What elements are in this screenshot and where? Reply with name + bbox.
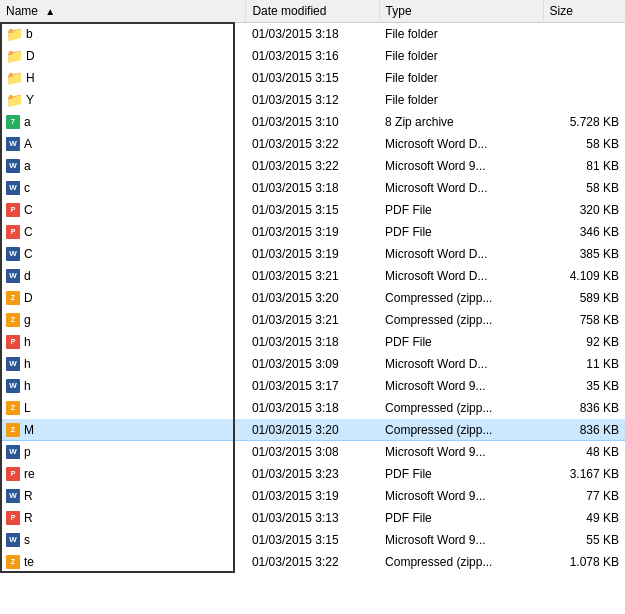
- table-row[interactable]: Zg01/03/2015 3:21Compressed (zipp...758 …: [0, 309, 625, 331]
- table-row[interactable]: WA01/03/2015 3:22Microsoft Word D...58 K…: [0, 133, 625, 155]
- word-icon: W: [6, 445, 20, 459]
- table-row[interactable]: 7a01/03/2015 3:108 Zip archive5.728 KB: [0, 111, 625, 133]
- file-size: 81 KB: [543, 155, 625, 177]
- file-size: [543, 89, 625, 111]
- file-name-cell: PC: [0, 221, 246, 243]
- table-row[interactable]: ZL01/03/2015 3:18Compressed (zipp...836 …: [0, 397, 625, 419]
- file-name: s: [24, 533, 30, 547]
- file-name: d: [24, 269, 31, 283]
- table-row[interactable]: Wp01/03/2015 3:08Microsoft Word 9...48 K…: [0, 441, 625, 463]
- pdf-icon: P: [6, 335, 20, 349]
- file-name: p: [24, 445, 31, 459]
- file-name: C: [24, 203, 33, 217]
- file-name: C: [24, 247, 33, 261]
- table-row[interactable]: 📁b01/03/2015 3:18File folder: [0, 23, 625, 45]
- file-name-cell: 7a: [0, 111, 246, 133]
- table-row[interactable]: Wc01/03/2015 3:18Microsoft Word D...58 K…: [0, 177, 625, 199]
- file-size: 758 KB: [543, 309, 625, 331]
- file-date: 01/03/2015 3:19: [246, 243, 379, 265]
- word-icon: W: [6, 357, 20, 371]
- file-date: 01/03/2015 3:18: [246, 331, 379, 353]
- file-size: 4.109 KB: [543, 265, 625, 287]
- file-date: 01/03/2015 3:16: [246, 45, 379, 67]
- table-row[interactable]: Wd01/03/2015 3:21Microsoft Word D...4.10…: [0, 265, 625, 287]
- file-name-cell: Ws: [0, 529, 246, 551]
- col-header-type[interactable]: Type: [379, 0, 543, 23]
- file-name: H: [26, 71, 35, 85]
- file-type: File folder: [379, 45, 543, 67]
- file-date: 01/03/2015 3:20: [246, 287, 379, 309]
- pdf-icon: P: [6, 225, 20, 239]
- pdf-icon: P: [6, 467, 20, 481]
- word-icon: W: [6, 137, 20, 151]
- file-name-cell: 📁H: [0, 67, 246, 89]
- zip-icon: Z: [6, 313, 20, 327]
- file-name-cell: 📁b: [0, 23, 246, 45]
- file-type: PDF File: [379, 221, 543, 243]
- file-name-cell: PC: [0, 199, 246, 221]
- col-header-date[interactable]: Date modified: [246, 0, 379, 23]
- folder-icon: 📁: [6, 92, 22, 108]
- table-row[interactable]: Wh01/03/2015 3:17Microsoft Word 9...35 K…: [0, 375, 625, 397]
- file-size: 48 KB: [543, 441, 625, 463]
- file-date: 01/03/2015 3:15: [246, 529, 379, 551]
- file-size: [543, 45, 625, 67]
- file-type: PDF File: [379, 463, 543, 485]
- file-date: 01/03/2015 3:15: [246, 67, 379, 89]
- col-header-name[interactable]: Name ▲: [0, 0, 246, 23]
- file-date: 01/03/2015 3:22: [246, 133, 379, 155]
- file-name: D: [24, 291, 33, 305]
- file-name: a: [24, 115, 31, 129]
- table-row[interactable]: Ph01/03/2015 3:18PDF File92 KB: [0, 331, 625, 353]
- file-size: 385 KB: [543, 243, 625, 265]
- table-row[interactable]: PC01/03/2015 3:19PDF File346 KB: [0, 221, 625, 243]
- file-name-cell: Wp: [0, 441, 246, 463]
- table-row[interactable]: WC01/03/2015 3:19Microsoft Word D...385 …: [0, 243, 625, 265]
- file-type: Compressed (zipp...: [379, 551, 543, 573]
- file-name-cell: Ph: [0, 331, 246, 353]
- word-icon: W: [6, 489, 20, 503]
- file-name-cell: Wc: [0, 177, 246, 199]
- folder-icon: 📁: [6, 26, 22, 42]
- file-size: 589 KB: [543, 287, 625, 309]
- file-name: R: [24, 511, 33, 525]
- file-name: L: [24, 401, 31, 415]
- file-type: File folder: [379, 23, 543, 45]
- col-size-label: Size: [550, 4, 573, 18]
- table-row[interactable]: Zte01/03/2015 3:22Compressed (zipp...1.0…: [0, 551, 625, 573]
- table-row[interactable]: Ws01/03/2015 3:15Microsoft Word 9...55 K…: [0, 529, 625, 551]
- table-row[interactable]: PC01/03/2015 3:15PDF File320 KB: [0, 199, 625, 221]
- files-table: Name ▲ Date modified Type Size 📁b01/03/2…: [0, 0, 625, 573]
- table-row[interactable]: ZM01/03/2015 3:20Compressed (zipp...836 …: [0, 419, 625, 441]
- table-row[interactable]: 📁D01/03/2015 3:16File folder: [0, 45, 625, 67]
- table-row[interactable]: WR01/03/2015 3:19Microsoft Word 9...77 K…: [0, 485, 625, 507]
- folder-icon: 📁: [6, 70, 22, 86]
- file-name: c: [24, 181, 30, 195]
- file-name: a: [24, 159, 31, 173]
- col-header-size[interactable]: Size: [543, 0, 625, 23]
- table-row[interactable]: Wh01/03/2015 3:09Microsoft Word D...11 K…: [0, 353, 625, 375]
- file-date: 01/03/2015 3:19: [246, 221, 379, 243]
- zip-icon: Z: [6, 423, 20, 437]
- file-type: Microsoft Word 9...: [379, 155, 543, 177]
- file-size: 320 KB: [543, 199, 625, 221]
- file-name-cell: ZD: [0, 287, 246, 309]
- file-name: b: [26, 27, 33, 41]
- table-row[interactable]: 📁Y01/03/2015 3:12File folder: [0, 89, 625, 111]
- file-size: 346 KB: [543, 221, 625, 243]
- file-type: Microsoft Word 9...: [379, 375, 543, 397]
- file-type: 8 Zip archive: [379, 111, 543, 133]
- table-row[interactable]: Wa01/03/2015 3:22Microsoft Word 9...81 K…: [0, 155, 625, 177]
- file-name: h: [24, 357, 31, 371]
- file-date: 01/03/2015 3:21: [246, 309, 379, 331]
- table-row[interactable]: PR01/03/2015 3:13PDF File49 KB: [0, 507, 625, 529]
- file-date: 01/03/2015 3:08: [246, 441, 379, 463]
- file-type: Compressed (zipp...: [379, 309, 543, 331]
- table-row[interactable]: ZD01/03/2015 3:20Compressed (zipp...589 …: [0, 287, 625, 309]
- table-row[interactable]: Pre01/03/2015 3:23PDF File3.167 KB: [0, 463, 625, 485]
- file-name: M: [24, 423, 34, 437]
- file-type: File folder: [379, 89, 543, 111]
- file-list[interactable]: Name ▲ Date modified Type Size 📁b01/03/2…: [0, 0, 625, 573]
- table-row[interactable]: 📁H01/03/2015 3:15File folder: [0, 67, 625, 89]
- file-type: Microsoft Word D...: [379, 177, 543, 199]
